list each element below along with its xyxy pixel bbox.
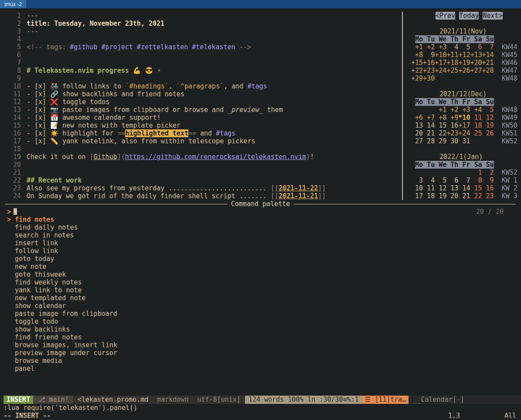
calendar-day[interactable]: +7	[423, 114, 435, 122]
calendar-day[interactable]: +17	[435, 59, 446, 67]
calendar-day[interactable]: +16	[423, 59, 435, 67]
calendar-day[interactable]: +8	[411, 51, 423, 59]
calendar-day[interactable]: +15	[411, 59, 423, 67]
calendar-day[interactable]: 30	[446, 137, 458, 145]
calendar-day[interactable]: +18	[446, 59, 458, 67]
calendar-day[interactable]: +10	[435, 51, 446, 59]
calendar-day[interactable]: +12	[458, 51, 470, 59]
calendar-day[interactable]: 20	[446, 192, 458, 200]
calendar-prev-button[interactable]: <Prev	[436, 12, 455, 20]
calendar-day[interactable]: 14	[423, 122, 435, 129]
palette-item[interactable]: insert link	[0, 239, 521, 247]
calendar-day[interactable]: +30	[423, 75, 435, 82]
calendar-day[interactable]: 21	[423, 129, 435, 137]
calendar-day[interactable]: 25	[470, 129, 482, 137]
calendar-next-button[interactable]: Next>	[483, 12, 502, 20]
calendar-day[interactable]: 16	[482, 184, 494, 192]
palette-selected-item[interactable]: > find notes	[0, 216, 521, 224]
palette-prompt[interactable]: >20 / 20	[0, 208, 521, 216]
calendar-day[interactable]: *10	[458, 114, 470, 122]
calendar-day[interactable]: 7	[482, 43, 494, 51]
calendar-day[interactable]: 10	[411, 184, 423, 192]
calendar-day[interactable]: 15	[470, 184, 482, 192]
calendar-day[interactable]: 4	[423, 176, 435, 184]
calendar-day[interactable]: +1	[435, 106, 446, 114]
calendar-day[interactable]: 5	[482, 106, 494, 114]
calendar-day[interactable]: 28	[423, 137, 435, 145]
calendar-day[interactable]: +2	[446, 106, 458, 114]
calendar-day[interactable]: +24	[458, 129, 470, 137]
palette-item[interactable]: show calendar	[0, 302, 521, 310]
palette-item[interactable]: new templated note	[0, 294, 521, 302]
calendar-day[interactable]: 16	[446, 122, 458, 129]
calendar-day[interactable]: 18	[470, 122, 482, 129]
calendar-day[interactable]: 12	[435, 184, 446, 192]
calendar-day[interactable]: +13	[470, 51, 482, 59]
calendar-day[interactable]: +6	[411, 114, 423, 122]
calendar-day[interactable]: +14	[482, 51, 494, 59]
calendar-day[interactable]: +8	[435, 114, 446, 122]
palette-item[interactable]: yank link to note	[0, 286, 521, 294]
calendar-day[interactable]: 29	[435, 137, 446, 145]
calendar-day[interactable]: 3	[411, 176, 423, 184]
calendar-day[interactable]: +28	[482, 67, 494, 75]
editor-pane[interactable]: 1---2title: Tuesday, November 23th, 2021…	[0, 12, 400, 200]
palette-item[interactable]: new note	[0, 263, 521, 271]
calendar-day[interactable]: 2	[482, 169, 494, 176]
calendar-day[interactable]: 5	[435, 176, 446, 184]
calendar-day[interactable]: +22	[411, 67, 423, 75]
calendar-day[interactable]: 6	[470, 43, 482, 51]
calendar-day[interactable]: 4	[446, 43, 458, 51]
calendar-day[interactable]: 12	[482, 114, 494, 122]
calendar-day[interactable]: 23	[482, 192, 494, 200]
calendar-day[interactable]: 14	[458, 184, 470, 192]
calendar-day[interactable]: 1	[470, 169, 482, 176]
palette-item[interactable]: follow link	[0, 247, 521, 255]
palette-item[interactable]: panel	[0, 365, 521, 373]
calendar-day[interactable]: +4	[470, 106, 482, 114]
palette-item[interactable]: show backlinks	[0, 325, 521, 333]
palette-item[interactable]: preview image under cursor	[0, 349, 521, 357]
calendar-day[interactable]: +3	[458, 106, 470, 114]
calendar-day[interactable]: +29	[411, 75, 423, 82]
calendar-day[interactable]: +23	[446, 129, 458, 137]
palette-item[interactable]: find weekly notes	[0, 278, 521, 286]
calendar-day[interactable]: +27	[470, 67, 482, 75]
calendar-day[interactable]: +21	[482, 59, 494, 67]
palette-item[interactable]: search in notes	[0, 231, 521, 239]
calendar-day[interactable]: 19	[482, 122, 494, 129]
calendar-day[interactable]: +19	[458, 59, 470, 67]
calendar-day[interactable]: 26	[482, 129, 494, 137]
calendar-day[interactable]: +11	[446, 51, 458, 59]
palette-item[interactable]: find daily notes	[0, 224, 521, 231]
calendar-day[interactable]: +20	[470, 59, 482, 67]
calendar-day[interactable]: 17	[411, 192, 423, 200]
calendar-day[interactable]: +17	[458, 122, 470, 129]
calendar-day[interactable]: 31	[458, 137, 470, 145]
calendar-day[interactable]: +2	[423, 43, 435, 51]
calendar-day[interactable]: 18	[423, 192, 435, 200]
palette-item[interactable]: paste image from clipboard	[0, 310, 521, 318]
calendar-day[interactable]: 15	[435, 122, 446, 129]
palette-item[interactable]: toggle todo	[0, 318, 521, 325]
command-line[interactable]: :lua require('telekasten').panel()	[0, 404, 521, 412]
palette-item[interactable]: find friend notes	[0, 333, 521, 341]
calendar-day[interactable]: +3	[435, 43, 446, 51]
calendar-day[interactable]: +26	[458, 67, 470, 75]
palette-item[interactable]: browse media	[0, 357, 521, 365]
calendar-day[interactable]: 9	[482, 176, 494, 184]
calendar-day[interactable]: +23	[423, 67, 435, 75]
calendar-day[interactable]: 6	[446, 176, 458, 184]
calendar-day[interactable]: 13	[411, 122, 423, 129]
calendar-day[interactable]: 11	[470, 114, 482, 122]
palette-item[interactable]: browse images, insert link	[0, 341, 521, 349]
calendar-day[interactable]: 9	[423, 51, 435, 59]
palette-item[interactable]: goto thisweek	[0, 271, 521, 278]
calendar-day[interactable]: 20	[411, 129, 423, 137]
calendar-day[interactable]: +1	[411, 43, 423, 51]
palette-item[interactable]: goto today	[0, 255, 521, 263]
calendar-day[interactable]: 7	[458, 176, 470, 184]
calendar-day[interactable]: 5	[458, 43, 470, 51]
calendar-today-button[interactable]: Today	[459, 12, 479, 20]
calendar-day[interactable]: 22	[435, 129, 446, 137]
